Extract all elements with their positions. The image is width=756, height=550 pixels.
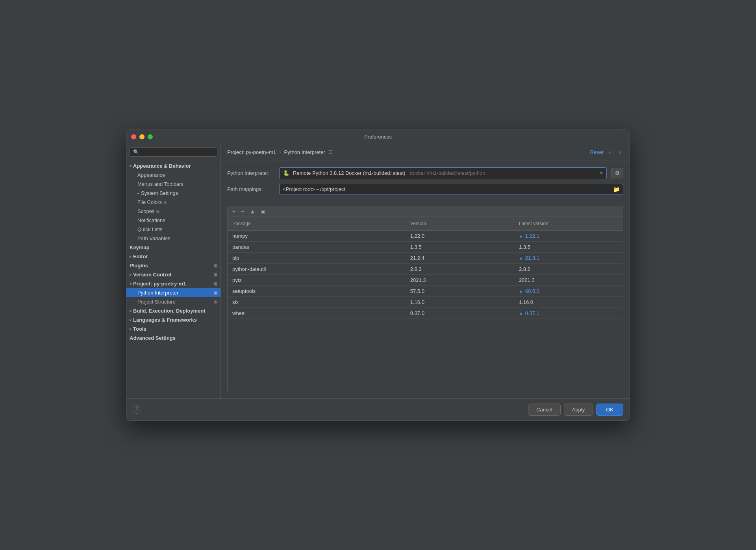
latest-version-text: 60.5.0	[525, 288, 539, 294]
table-row[interactable]: setuptools57.5.0▲60.5.0	[228, 286, 623, 297]
table-row[interactable]: six1.16.01.16.0	[228, 297, 623, 308]
chevron-right-icon-build: ▸	[130, 309, 132, 313]
sidebar-label-editor: Editor	[133, 254, 148, 259]
module-icon-projstruct: ▣	[214, 300, 217, 304]
cell-version: 1.22.0	[406, 231, 514, 241]
sidebar-item-notifications[interactable]: Notifications	[126, 216, 220, 225]
add-package-button[interactable]: +	[231, 208, 237, 215]
cancel-button[interactable]: Cancel	[528, 404, 560, 416]
col-latest-version: Latest version	[514, 219, 623, 228]
cell-package: setuptools	[228, 286, 406, 296]
show-latest-button[interactable]: ◉	[259, 208, 267, 215]
maximize-button[interactable]	[148, 134, 153, 139]
table-row[interactable]: pip21.2.4▲21.3.1	[228, 253, 623, 264]
sidebar-item-plugins[interactable]: Plugins ▣	[126, 261, 220, 270]
interpreter-dropdown[interactable]: 🐍 Remote Python 3.8.12 Docker (m1-builde…	[279, 167, 607, 179]
latest-version-text: 21.3.1	[525, 255, 539, 261]
sidebar-item-build-exec[interactable]: ▸ Build, Execution, Deployment	[126, 306, 220, 315]
chevron-right-icon-editor: ▸	[130, 254, 132, 259]
chevron-right-icon: ▸	[137, 191, 139, 195]
footer: ? Cancel Apply OK	[126, 398, 630, 420]
apply-button[interactable]: Apply	[564, 404, 593, 416]
sidebar-item-menus-toolbars[interactable]: Menus and Toolbars	[126, 180, 220, 189]
latest-version-text: 1.22.1	[525, 233, 539, 239]
minimize-button[interactable]	[139, 134, 145, 139]
path-mapping-field[interactable]: <Project root>→/opt/project 📁	[279, 184, 623, 195]
sidebar-label-advanced-settings: Advanced Settings	[130, 335, 176, 341]
remove-package-button[interactable]: −	[239, 208, 246, 215]
cell-version: 2.8.2	[406, 264, 514, 274]
cell-version: 57.5.0	[406, 286, 514, 296]
sidebar-item-system-settings[interactable]: ▸ System Settings	[126, 189, 220, 198]
table-row[interactable]: numpy1.22.0▲1.22.1	[228, 231, 623, 242]
sidebar-label-file-colors: File Colors	[137, 199, 162, 205]
reset-button[interactable]: Reset	[590, 149, 603, 155]
upgrade-arrow-icon: ▲	[519, 234, 523, 238]
ok-button[interactable]: OK	[596, 404, 623, 416]
chevron-down-icon: ▾	[130, 164, 132, 168]
sidebar-item-version-control[interactable]: ▸ Version Control ▣	[126, 270, 220, 279]
sidebar-label-project-structure: Project Structure	[137, 299, 176, 305]
back-button[interactable]: ‹	[606, 148, 613, 157]
sidebar-label-appearance: Appearance	[137, 172, 165, 178]
chevron-right-icon-vc: ▸	[130, 272, 132, 277]
sidebar-item-project-structure[interactable]: Project Structure ▣	[126, 297, 220, 306]
module-icon-vc: ▣	[214, 272, 217, 277]
content-area: 🔍 ▾ Appearance & Behavior Appearance Men…	[126, 144, 630, 398]
interpreter-dropdown-left: 🐍 Remote Python 3.8.12 Docker (m1-builde…	[283, 170, 485, 177]
table-row[interactable]: python-dateutil2.8.22.8.2	[228, 264, 623, 275]
interpreter-label: Python Interpreter:	[227, 170, 274, 176]
cell-package: numpy	[228, 231, 406, 241]
gear-icon: ⚙	[615, 170, 620, 176]
latest-version-text: 1.16.0	[519, 299, 533, 305]
sidebar-item-appearance-behavior[interactable]: ▾ Appearance & Behavior	[126, 161, 220, 170]
module-icon: ▣	[163, 200, 167, 204]
main-panel: Project: py-poetry-m1 › Python Interpret…	[221, 144, 630, 398]
sidebar-item-languages[interactable]: ▸ Languages & Frameworks	[126, 315, 220, 324]
sidebar-item-file-colors[interactable]: File Colors ▣	[126, 198, 220, 207]
sidebar-item-quick-lists[interactable]: Quick Lists	[126, 225, 220, 234]
sidebar-item-keymap[interactable]: Keymap	[126, 243, 220, 252]
interpreter-setting-row: Python Interpreter: 🐍 Remote Python 3.8.…	[227, 167, 623, 179]
cell-latest: ▲60.5.0	[514, 286, 623, 296]
table-row[interactable]: wheel0.37.0▲0.37.1	[228, 308, 623, 319]
search-box[interactable]: 🔍	[130, 147, 217, 157]
sidebar-item-advanced-settings[interactable]: Advanced Settings	[126, 333, 220, 343]
cell-package: python-dateutil	[228, 264, 406, 274]
preferences-window: Preferences 🔍 ▾ Appearance & Behavior Ap…	[126, 130, 630, 421]
sidebar-label-tools: Tools	[133, 326, 146, 332]
sidebar-item-scopes[interactable]: Scopes ▣	[126, 207, 220, 216]
packages-area: + − ▲ ◉ Package Version Latest version n…	[227, 206, 623, 392]
cell-latest: 2021.3	[514, 275, 623, 285]
latest-version-text: 2021.3	[519, 277, 535, 283]
breadcrumb-project[interactable]: Project: py-poetry-m1	[227, 149, 276, 155]
module-icon-pyinterp: ▣	[214, 291, 217, 295]
sidebar-item-editor[interactable]: ▸ Editor	[126, 252, 220, 261]
forward-button[interactable]: ›	[617, 148, 623, 157]
sidebar-item-python-interpreter[interactable]: Python Interpreter ▣	[126, 288, 220, 297]
cell-version: 21.2.4	[406, 253, 514, 263]
close-button[interactable]	[131, 134, 136, 139]
table-row[interactable]: pytz2021.32021.3	[228, 275, 623, 286]
breadcrumb-menu-icon[interactable]: ☰	[328, 150, 332, 155]
interpreter-gear-button[interactable]: ⚙	[611, 168, 623, 178]
cell-latest: 1.3.5	[514, 242, 623, 252]
sidebar-label-path-variables: Path Variables	[137, 235, 170, 241]
sidebar-label-notifications: Notifications	[137, 217, 165, 223]
search-input[interactable]	[141, 149, 214, 155]
sidebar-item-project[interactable]: ▾ Project: py-poetry-m1 ▣	[126, 279, 220, 288]
window-controls	[131, 134, 153, 139]
sidebar-item-tools[interactable]: ▸ Tools	[126, 324, 220, 333]
col-version: Version	[406, 219, 514, 228]
cell-latest: ▲0.37.1	[514, 308, 623, 319]
main-header: Project: py-poetry-m1 › Python Interpret…	[221, 144, 630, 161]
sidebar-item-appearance[interactable]: Appearance	[126, 170, 220, 180]
cell-version: 1.3.5	[406, 242, 514, 252]
table-row[interactable]: pandas1.3.51.3.5	[228, 242, 623, 253]
help-button[interactable]: ?	[133, 405, 141, 414]
sidebar-item-path-variables[interactable]: Path Variables	[126, 234, 220, 243]
cell-latest: 2.8.2	[514, 264, 623, 274]
upgrade-package-button[interactable]: ▲	[248, 208, 257, 215]
latest-version-text: 0.37.1	[525, 310, 539, 316]
module-icon-scopes: ▣	[156, 209, 159, 213]
